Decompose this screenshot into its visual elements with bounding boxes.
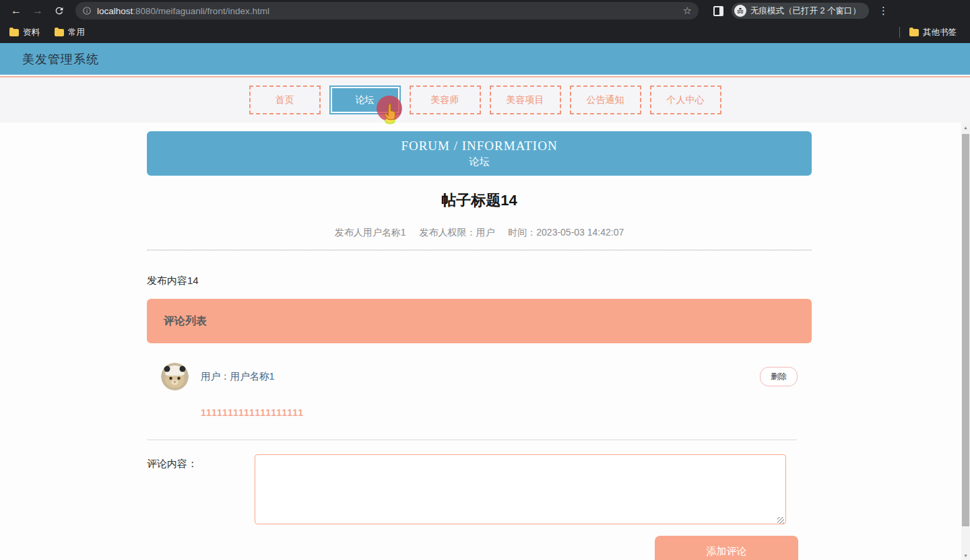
add-comment-button[interactable]: 添加评论 [655, 536, 798, 560]
browser-toolbar: ← → localhost:8080/meifaguanli/front/ind… [0, 0, 970, 22]
form-divider [147, 440, 797, 440]
comments-header: 评论列表 [147, 299, 812, 343]
back-button[interactable]: ← [8, 3, 24, 19]
bookmark-folder-changyong[interactable]: 常用 [55, 27, 85, 38]
folder-icon [909, 29, 919, 36]
tab-label: 美容项目 [507, 94, 544, 106]
reload-button[interactable] [51, 3, 67, 19]
site-header: 美发管理系统 [0, 43, 970, 75]
post-author: 发布人用户名称1 [335, 227, 406, 238]
tab-beauticians[interactable]: 美容师 [410, 85, 481, 114]
url-text: localhost:8080/meifaguanli/front/index.h… [97, 6, 678, 16]
commenter-avatar [161, 363, 189, 390]
reload-icon [54, 5, 65, 16]
browser-menu-icon[interactable]: ⋮ [878, 5, 888, 17]
bookmarks-bar: 资料 常用 其他书签 [0, 22, 970, 43]
tab-label: 首页 [276, 94, 294, 106]
folder-icon [55, 29, 64, 36]
tab-label: 论坛 [356, 94, 375, 106]
tab-label: 美容师 [431, 94, 459, 106]
incognito-label: 无痕模式（已打开 2 个窗口） [750, 5, 861, 17]
bookmark-label: 常用 [68, 27, 85, 38]
other-bookmarks-label: 其他书签 [923, 27, 957, 38]
browser-window: ← → localhost:8080/meifaguanli/front/ind… [0, 0, 970, 560]
bookmarks-divider [899, 27, 900, 38]
url-path: :8080/meifaguanli/front/index.html [133, 6, 269, 16]
dotted-divider [147, 250, 812, 250]
scrollbar-up-icon[interactable]: ▲ [961, 123, 970, 132]
tab-home[interactable]: 首页 [249, 85, 321, 114]
comment-input-label: 评论内容： [147, 454, 255, 470]
site-title: 美发管理系统 [22, 51, 99, 67]
comment-content: 1111111111111111111 [201, 407, 812, 418]
cat-avatar-image [161, 363, 189, 390]
main-content: FORUM / INFORMATION 论坛 帖子标题14 发布人用户名称1 发… [0, 123, 970, 560]
scrollbar-thumb[interactable] [962, 134, 969, 526]
incognito-badge: 无痕模式（已打开 2 个窗口） [732, 3, 869, 19]
vertical-scrollbar[interactable]: ▲ ▼ [961, 123, 970, 560]
other-bookmarks[interactable]: 其他书签 [909, 27, 957, 38]
comment-form: 评论内容： [147, 454, 812, 527]
address-bar[interactable]: localhost:8080/meifaguanli/front/index.h… [75, 2, 699, 20]
banner-title-en: FORUM / INFORMATION [401, 139, 557, 153]
bookmark-folder-ziliao[interactable]: 资料 [9, 27, 40, 38]
scrollbar-down-icon[interactable]: ▼ [961, 551, 970, 560]
banner-title-zh: 论坛 [470, 155, 490, 168]
post-time: 时间：2023-05-03 14:42:07 [508, 227, 624, 238]
forward-button[interactable]: → [30, 3, 46, 19]
tab-label: 公告通知 [587, 94, 624, 106]
main-nav: 首页 论坛 美容师 美容项目 公告通知 个人中心 [0, 77, 970, 123]
post-title: 帖子标题14 [147, 190, 812, 211]
comment-row: 用户：用户名称1 删除 [147, 363, 812, 390]
page-info-icon[interactable] [82, 6, 92, 15]
comment-input[interactable] [255, 454, 786, 524]
bookmark-label: 资料 [23, 27, 40, 38]
incognito-icon [734, 5, 746, 17]
post-role: 发布人权限：用户 [419, 227, 494, 238]
post-meta: 发布人用户名称1 发布人权限：用户 时间：2023-05-03 14:42:07 [147, 227, 812, 239]
bookmark-star-icon[interactable]: ☆ [683, 5, 692, 17]
url-host: localhost [97, 6, 133, 16]
tab-personal-center[interactable]: 个人中心 [650, 85, 721, 114]
tab-label: 个人中心 [667, 94, 705, 106]
comments-header-label: 评论列表 [164, 314, 207, 328]
commenter-name: 用户：用户名称1 [201, 370, 275, 383]
folder-icon [9, 29, 19, 36]
side-panel-icon[interactable] [713, 6, 723, 16]
tab-announcements[interactable]: 公告通知 [570, 85, 641, 114]
tab-beauty-projects[interactable]: 美容项目 [490, 85, 561, 114]
forum-banner: FORUM / INFORMATION 论坛 [147, 131, 812, 176]
tab-forum[interactable]: 论坛 [329, 85, 401, 114]
post-content: 发布内容14 [147, 275, 812, 287]
delete-comment-button[interactable]: 删除 [760, 367, 798, 386]
